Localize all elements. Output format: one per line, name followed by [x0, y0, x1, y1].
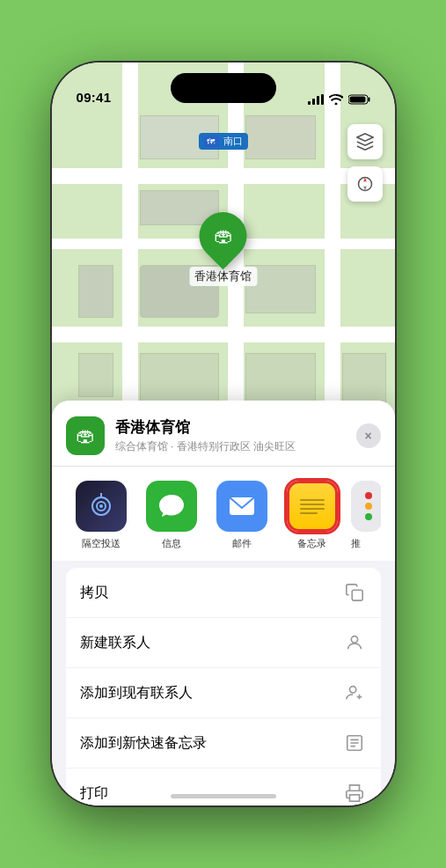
svg-marker-3	[356, 134, 372, 141]
person-svg	[345, 633, 364, 652]
map-controls	[347, 124, 383, 209]
share-row: 隔空投送 信息	[52, 467, 395, 561]
svg-rect-2	[349, 97, 365, 103]
map-area[interactable]: 🗺 南口 🏟 香港体育馆	[52, 63, 395, 450]
share-item-notes[interactable]: 备忘录	[277, 481, 347, 550]
airdrop-svg	[88, 493, 114, 519]
action-label-quick-note: 添加到新快速备忘录	[80, 734, 207, 753]
share-item-airdrop[interactable]: 隔空投送	[66, 481, 136, 550]
building-7	[78, 353, 113, 397]
new-contact-icon	[342, 630, 367, 655]
action-list: 拷贝 新建联系人	[66, 568, 381, 805]
dot-green	[365, 513, 372, 520]
bar4	[321, 94, 324, 105]
road-vertical-1	[122, 63, 138, 450]
print-icon	[342, 781, 367, 805]
bar1	[308, 101, 311, 105]
notes-lines-decoration	[300, 496, 325, 518]
close-button[interactable]: ×	[356, 423, 381, 448]
copy-svg	[345, 583, 364, 602]
dot-orange	[365, 503, 372, 510]
compass-button[interactable]	[347, 166, 383, 202]
map-layer-icon	[356, 133, 374, 151]
notes-icon-bg	[287, 481, 338, 532]
airdrop-icon	[76, 481, 127, 532]
building-4	[78, 265, 113, 318]
location-marker: 🏟 香港体育馆	[189, 212, 257, 286]
marker-pin: 🏟	[189, 202, 256, 269]
venue-info: 香港体育馆 综合体育馆 · 香港特别行政区 油尖旺区	[115, 417, 356, 454]
copy-icon	[342, 580, 367, 605]
more-label: 推	[351, 537, 361, 550]
action-item-copy[interactable]: 拷贝	[66, 568, 381, 618]
venue-subtitle: 综合体育馆 · 香港特别行政区 油尖旺区	[115, 439, 356, 454]
action-label-print: 打印	[80, 784, 108, 803]
more-icon-bg	[351, 481, 381, 532]
sheet-header: 🏟 香港体育馆 综合体育馆 · 香港特别行政区 油尖旺区 ×	[52, 401, 395, 467]
colored-dots	[362, 492, 372, 520]
share-item-mail[interactable]: 邮件	[207, 481, 277, 550]
messages-svg	[157, 493, 186, 519]
bar3	[317, 96, 319, 105]
map-area-label: 🗺 南口	[198, 133, 247, 150]
notes-line-1	[300, 499, 325, 501]
action-item-quick-note[interactable]: 添加到新快速备忘录	[66, 718, 381, 769]
action-item-new-contact[interactable]: 新建联系人	[66, 618, 381, 668]
action-label-add-contact: 添加到现有联系人	[80, 684, 193, 702]
dynamic-island	[171, 73, 276, 103]
share-item-messages[interactable]: 信息	[136, 481, 207, 550]
svg-rect-1	[368, 98, 369, 102]
status-icons	[308, 94, 370, 105]
messages-label: 信息	[162, 537, 181, 550]
phone-frame: 09:41	[52, 63, 395, 805]
notes-line-4	[300, 512, 318, 514]
road-horizontal-3	[52, 327, 395, 342]
svg-rect-12	[352, 590, 362, 600]
add-contact-icon	[342, 680, 367, 705]
svg-point-13	[351, 636, 357, 643]
notes-line-3	[300, 508, 325, 510]
road-vertical-3	[325, 63, 340, 450]
venue-icon: 🏟	[66, 416, 105, 455]
messages-icon-bg	[146, 481, 197, 532]
notes-label: 备忘录	[297, 537, 326, 550]
airdrop-label: 隔空投送	[82, 537, 121, 550]
bottom-sheet: 🏟 香港体育馆 综合体育馆 · 香港特别行政区 油尖旺区 ×	[52, 401, 395, 805]
phone-screen: 09:41	[52, 63, 395, 805]
bar2	[312, 99, 315, 105]
status-time: 09:41	[77, 90, 112, 105]
building-2	[245, 115, 316, 159]
action-item-add-contact[interactable]: 添加到现有联系人	[66, 668, 381, 718]
marker-inner-icon: 🏟	[214, 224, 233, 247]
person-add-svg	[345, 683, 364, 702]
svg-rect-21	[349, 795, 359, 801]
wifi-icon	[329, 94, 343, 105]
note-svg	[345, 733, 364, 753]
action-label-copy: 拷贝	[80, 584, 108, 602]
action-label-new-contact: 新建联系人	[80, 634, 150, 652]
share-item-more[interactable]: 推	[351, 481, 381, 550]
venue-name: 香港体育馆	[115, 417, 356, 438]
svg-point-14	[349, 687, 355, 693]
road-horizontal-1	[52, 168, 395, 184]
mail-svg	[228, 494, 256, 519]
map-label-prefix: 🗺	[203, 136, 218, 147]
mail-label: 邮件	[232, 537, 252, 550]
dot-red	[365, 492, 372, 499]
svg-point-9	[99, 504, 103, 508]
battery-icon	[348, 94, 370, 105]
map-label-text: 南口	[223, 136, 243, 146]
compass-icon	[357, 176, 373, 192]
quick-note-icon	[342, 731, 367, 755]
home-indicator	[171, 794, 276, 798]
notes-line-2	[300, 504, 325, 505]
map-layer-button[interactable]	[347, 124, 383, 159]
marker-label: 香港体育馆	[189, 267, 257, 286]
action-item-print[interactable]: 打印	[66, 769, 381, 805]
signal-bars-icon	[308, 94, 324, 105]
print-svg	[345, 783, 364, 803]
mail-icon-bg	[216, 481, 267, 532]
